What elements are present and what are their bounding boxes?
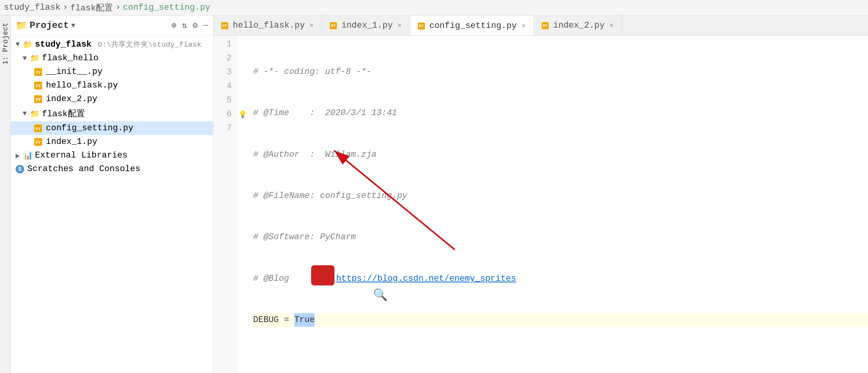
collapse-icon[interactable]: ⇅ [182, 20, 187, 31]
project-tree: ▼ 📁 study_flask D:\共享文件夹\study_flask ▼ 📁… [11, 36, 213, 373]
tab-label: index_1.py [342, 21, 393, 30]
code-line-3: # @Author : Willam.zja [253, 147, 868, 161]
line-numbers: 1 2 3 4 5 6 7 [213, 36, 237, 373]
expand-arrow: ▼ [16, 40, 20, 48]
tree-label: config_setting.py [46, 123, 133, 133]
tree-item-external-libs[interactable]: ▶ 📊 External Libraries [11, 149, 213, 162]
tab-label: hello_flask.py [233, 21, 305, 30]
code-text: # -*- coding: utf-8 -*- [253, 65, 371, 79]
side-tab-panel: 1: Project [0, 16, 11, 373]
tree-item-study-flask[interactable]: ▼ 📁 study_flask D:\共享文件夹\study_flask [11, 37, 213, 51]
tab-bar: py hello_flask.py × py index_1.py × py c… [213, 16, 868, 36]
gutter-3 [237, 65, 248, 79]
tab-index-2[interactable]: py index_2.py × [534, 16, 622, 35]
tree-item-config-setting[interactable]: py config_setting.py [11, 121, 213, 135]
tree-item-flask-config[interactable]: ▼ 📁 flask配置 [11, 106, 213, 121]
search-overlay-icon: 🔍 [311, 265, 335, 285]
tree-item-scratches[interactable]: S Scratches and Consoles [11, 162, 213, 176]
expand-arrow: ▼ [23, 110, 27, 117]
expand-arrow: ▶ [16, 151, 20, 160]
code-selected-text: True [294, 313, 315, 327]
scratches-icon: S [16, 165, 24, 173]
tree-label: External Libraries [35, 151, 128, 160]
minimize-icon[interactable]: — [203, 21, 208, 30]
code-text: # @FileName: config_setting.py [253, 189, 407, 203]
project-side-label[interactable]: 1: Project [0, 19, 11, 68]
project-header: 📁 Project ▼ ⊕ ⇅ ⚙ — [11, 16, 213, 36]
tree-label: __init__.py [46, 67, 102, 77]
tree-path: D:\共享文件夹\study_flask [98, 39, 201, 49]
external-libs-icon: 📊 [23, 151, 33, 160]
line-num-2: 2 [213, 51, 236, 65]
tab-config-setting[interactable]: py config_setting.py × [410, 16, 534, 35]
gutter-4 [237, 79, 248, 93]
code-line-6: # @Blog 🔍 https://blog.csdn.net/enemy_sp… [253, 271, 868, 285]
breadcrumb-part-2: flask配置 [70, 2, 113, 14]
code-line-7: DEBUG = True [253, 313, 868, 327]
gutter-1 [237, 37, 248, 51]
tab-icon: py [542, 22, 549, 29]
code-text: # @Author : Willam.zja [253, 148, 377, 161]
gutter-6: 💡 [237, 107, 248, 121]
tree-item-index-1[interactable]: py index_1.py [11, 135, 213, 149]
gutter-5 [237, 93, 248, 107]
line-num-1: 1 [213, 37, 236, 51]
py-file-icon: py [34, 138, 42, 146]
project-header-icons: ⊕ ⇅ ⚙ — [171, 20, 208, 31]
tree-item-hello-flask[interactable]: py hello_flask.py [11, 79, 213, 92]
tree-label: Scratches and Consoles [27, 164, 140, 174]
breadcrumb-part-1: study_flask [4, 3, 60, 12]
tree-label: flask配置 [42, 108, 85, 119]
breadcrumb: study_flask › flask配置 › config_setting.p… [0, 0, 868, 16]
code-editor[interactable]: 1 2 3 4 5 6 7 💡 # -*- codi [213, 36, 868, 373]
code-text: # @Software: PyCharm [253, 230, 356, 244]
code-line-2: # @Time : 2020/3/1 13:41 [253, 106, 868, 120]
tab-close-button[interactable]: × [521, 22, 526, 30]
py-file-icon: py [34, 124, 42, 132]
tree-label: hello_flask.py [46, 81, 118, 90]
project-panel: 📁 Project ▼ ⊕ ⇅ ⚙ — ▼ 📁 study_flask D:\共… [11, 16, 213, 373]
expand-arrow: ▼ [23, 54, 27, 62]
tree-item-init-py[interactable]: py __init__.py [11, 65, 213, 79]
gutter-area: 💡 [237, 36, 248, 373]
code-text: DEBUG = [253, 313, 294, 327]
line-num-6: 6 [213, 107, 236, 121]
py-file-icon: py [34, 82, 42, 89]
line-num-5: 5 [213, 93, 236, 107]
tree-item-flask-hello[interactable]: ▼ 📁 flask_hello [11, 51, 213, 65]
tab-icon: py [221, 22, 228, 29]
code-text: # @Time : 2020/3/1 13:41 [253, 106, 397, 120]
code-text-comment: # @Blog [253, 272, 310, 285]
project-panel-title: 📁 Project ▼ [16, 20, 76, 31]
tree-label: index_2.py [46, 94, 97, 104]
py-file-icon: py [34, 95, 42, 103]
code-content[interactable]: # -*- coding: utf-8 -*- # @Time : 2020/3… [248, 36, 868, 373]
code-line-4: # @FileName: config_setting.py [253, 189, 868, 203]
tab-close-button[interactable]: × [398, 22, 402, 30]
folder-icon: 📁 [23, 40, 33, 49]
editor-area: py hello_flask.py × py index_1.py × py c… [213, 16, 868, 373]
tab-label: index_2.py [553, 21, 605, 30]
add-module-icon[interactable]: ⊕ [171, 20, 176, 31]
gutter-7 [237, 121, 248, 135]
line-num-7: 7 [213, 121, 236, 135]
tab-icon: py [418, 23, 425, 30]
gutter-2 [237, 51, 248, 65]
tab-icon: py [330, 22, 337, 29]
py-file-icon: py [34, 68, 42, 76]
tab-label: config_setting.py [430, 21, 517, 31]
line-num-3: 3 [213, 65, 236, 79]
breadcrumb-part-3: config_setting.py [123, 3, 210, 12]
tab-close-button[interactable]: × [310, 22, 314, 30]
tab-index-1[interactable]: py index_1.py × [322, 16, 410, 35]
tree-label: index_1.py [46, 137, 97, 147]
tab-close-button[interactable]: × [609, 22, 614, 30]
code-line-5: # @Software: PyCharm [253, 230, 868, 244]
tree-label: study_flask [35, 40, 92, 49]
tree-label: flask_hello [42, 53, 99, 63]
code-link[interactable]: https://blog.csdn.net/enemy_sprites [336, 272, 516, 285]
settings-icon[interactable]: ⚙ [193, 20, 198, 31]
tree-item-index-2[interactable]: py index_2.py [11, 92, 213, 106]
folder-icon: 📁 [30, 53, 40, 63]
tab-hello-flask[interactable]: py hello_flask.py × [213, 16, 322, 35]
